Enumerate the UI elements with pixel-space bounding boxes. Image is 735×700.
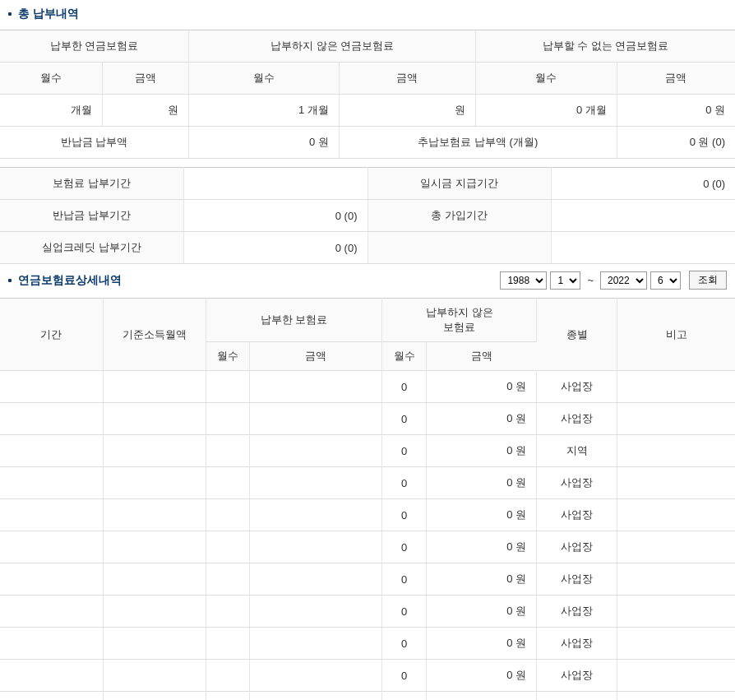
th-paid: 납부한 연금보험료 (0, 30, 189, 63)
cell-type: 사업장 (537, 531, 617, 563)
cell-type: 사업장 (537, 628, 617, 660)
th-unpaid: 납부하지 않은 보험료 (382, 299, 537, 342)
month-from-select[interactable]: 1 (550, 271, 580, 290)
cell-baseincome (103, 563, 206, 596)
table-row: 00 원사업장 (0, 403, 735, 435)
cell-unpaid-months: 0 (382, 371, 427, 403)
cell-paid-amount (250, 563, 382, 596)
cell-baseincome (103, 596, 206, 628)
cell-remark (617, 660, 735, 692)
cell-unpaid-months: 0 (382, 563, 427, 596)
cell-unpaid-months: 1 (382, 692, 427, 701)
cell-paid-months (206, 692, 250, 701)
cell-baseincome (103, 435, 206, 467)
cell-paid-amount (250, 371, 382, 403)
cell-remark (617, 692, 735, 701)
period-table: 보험료 납부기간 일시금 지급기간 0 (0) 반납금 납부기간 0 (0) 총… (0, 167, 735, 264)
table-row: 00 원사업장 (0, 628, 735, 660)
lookup-button[interactable]: 조회 (689, 271, 727, 290)
th-paid: 납부한 보험료 (206, 299, 382, 342)
cell-unpaid-amount: 0 원 (426, 467, 536, 499)
cell-paid-months (206, 435, 250, 467)
cell-baseincome (103, 531, 206, 563)
th-excl: 납부할 수 없는 연금보험료 (476, 30, 735, 63)
cell-unpaid-months: 0 (382, 499, 427, 531)
cell-unpaid-months: 0 (382, 403, 427, 435)
cell-baseincome (103, 467, 206, 499)
cell-period (0, 371, 103, 403)
title-text-2: 연금보험료상세내역 (18, 273, 122, 288)
year-to-select[interactable]: 2022 (600, 271, 647, 290)
cell-unpaid-months: 0 (382, 596, 427, 628)
th-period: 기간 (0, 299, 103, 371)
bullet-icon (8, 279, 12, 282)
cell-unpaid-amount: 0 원 (426, 499, 536, 531)
cell-paid-months (206, 467, 250, 499)
range-tilde: ~ (584, 274, 597, 286)
cell-paid-months (206, 660, 250, 692)
unpaid-amount: 원 (339, 95, 475, 127)
cell-paid-amount (250, 692, 382, 701)
cell-unpaid-amount: 0 원 (426, 371, 536, 403)
cell-baseincome (103, 692, 206, 701)
summary-table: 납부한 연금보험료 납부하지 않은 연금보험료 납부할 수 없는 연금보험료 월… (0, 30, 735, 159)
empty-td (552, 232, 736, 264)
cell-period (0, 531, 103, 563)
total-period-label: 총 가입기간 (368, 200, 552, 232)
cell-unpaid-amount: 0 원 (426, 403, 536, 435)
cell-period (0, 596, 103, 628)
cell-paid-amount (250, 499, 382, 531)
th-amount: 금액 (617, 63, 735, 95)
unpaid-months: 1 개월 (189, 95, 340, 127)
cell-type: 사업장 (537, 371, 617, 403)
cell-period (0, 467, 103, 499)
total-period-val (552, 200, 736, 232)
cell-paid-amount (250, 531, 382, 563)
period-label: 보험료 납부기간 (0, 168, 184, 200)
th-month: 월수 (0, 63, 102, 95)
cell-paid-months (206, 371, 250, 403)
year-from-select[interactable]: 1988 (500, 271, 547, 290)
cell-baseincome (103, 371, 206, 403)
table-row: 00 원사업장 (0, 660, 735, 692)
th-unpaid: 납부하지 않은 연금보험료 (189, 30, 476, 63)
cell-type: 사업장 (537, 467, 617, 499)
cell-paid-months (206, 628, 250, 660)
cell-remark (617, 628, 735, 660)
section-title-detail: 연금보험료상세내역 (8, 273, 122, 288)
table-row: 00 원사업장 (0, 467, 735, 499)
detail-table: 기간 기준소득월액 납부한 보험료 납부하지 않은 보험료 종별 비고 월수 금… (0, 298, 735, 700)
refund-val: 0 원 (189, 127, 340, 159)
month-to-select[interactable]: 6 (650, 271, 681, 290)
cell-unpaid-months: 0 (382, 435, 427, 467)
cell-remark (617, 499, 735, 531)
cell-type: 지역 (537, 435, 617, 467)
cell-paid-months (206, 403, 250, 435)
table-row: 10 원사업장 (0, 692, 735, 701)
empty-th (368, 232, 552, 264)
cell-paid-months (206, 596, 250, 628)
cell-paid-months (206, 499, 250, 531)
cell-period (0, 435, 103, 467)
table-row: 00 원사업장 (0, 563, 735, 596)
th-type: 종별 (537, 299, 617, 371)
cell-remark (617, 371, 735, 403)
table-row: 00 원사업장 (0, 371, 735, 403)
cell-remark (617, 403, 735, 435)
cell-type: 사업장 (537, 692, 617, 701)
lumpsum-label: 일시금 지급기간 (368, 168, 552, 200)
cell-remark (617, 563, 735, 596)
bullet-icon (8, 12, 12, 16)
cell-type: 사업장 (537, 660, 617, 692)
cell-paid-amount (250, 596, 382, 628)
cell-period (0, 403, 103, 435)
cell-paid-amount (250, 628, 382, 660)
lumpsum-val: 0 (0) (552, 168, 736, 200)
cell-type: 사업장 (537, 403, 617, 435)
unemployment-credit-val: 0 (0) (184, 232, 368, 264)
cell-period (0, 499, 103, 531)
cell-unpaid-amount: 0 원 (426, 596, 536, 628)
th-month: 월수 (189, 63, 340, 95)
cell-baseincome (103, 403, 206, 435)
cell-unpaid-amount: 0 원 (426, 692, 536, 701)
